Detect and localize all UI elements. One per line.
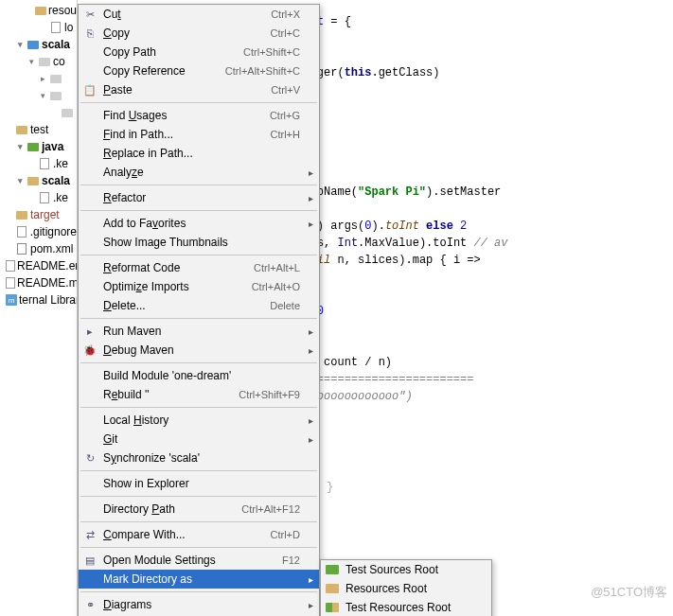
- tree-item[interactable]: ▸: [0, 70, 77, 87]
- tree-item[interactable]: .gitignore: [0, 223, 77, 240]
- expander-icon[interactable]: [4, 125, 13, 134]
- menu-item-label: Cut: [103, 8, 271, 21]
- menu-build-module[interactable]: Build Module 'one-dream': [79, 366, 319, 385]
- menu-local-history[interactable]: Local History▸: [79, 411, 319, 430]
- folder-excluded-icon: [15, 208, 28, 221]
- expander-icon[interactable]: ▾: [27, 57, 36, 66]
- tree-item-label: scala: [42, 38, 70, 51]
- tree-item[interactable]: .ke: [0, 189, 77, 206]
- menu-rebuild[interactable]: Rebuild ''Ctrl+Shift+F9: [79, 385, 319, 404]
- menu-directory-path[interactable]: Directory PathCtrl+Alt+F12: [79, 500, 319, 519]
- expander-icon[interactable]: ▸: [38, 74, 47, 83]
- submenu-item-label: Resources Root: [345, 582, 472, 595]
- menu-copy-reference[interactable]: Copy ReferenceCtrl+Alt+Shift+C: [79, 62, 319, 80]
- expander-icon[interactable]: [27, 159, 36, 168]
- expander-icon[interactable]: [49, 108, 59, 117]
- menu-open-module-settings[interactable]: ▤Open Module SettingsF12: [79, 551, 319, 570]
- submenu-arrow-icon: ▸: [309, 326, 313, 337]
- expander-icon[interactable]: [27, 6, 33, 15]
- tree-item[interactable]: [0, 104, 77, 121]
- menu-item-label: Directory Path: [103, 502, 241, 516]
- menu-git[interactable]: Git▸: [79, 430, 319, 449]
- menu-reformat-code[interactable]: Reformat CodeCtrl+Alt+L: [79, 258, 319, 277]
- tree-item[interactable]: mternal Librari: [0, 291, 77, 308]
- expander-icon[interactable]: [38, 23, 47, 32]
- submenu-arrow-icon: ▸: [309, 167, 313, 178]
- menu-separator: [80, 591, 317, 592]
- menu-refactor[interactable]: Refactor▸: [79, 188, 319, 207]
- submenu-test-sources-root[interactable]: Test Sources Root: [321, 560, 491, 579]
- menu-add-to-favorites[interactable]: Add to Favorites▸: [79, 214, 319, 233]
- menu-analyze[interactable]: Analyze▸: [79, 163, 319, 182]
- menu-item-label: Compare With...: [103, 528, 271, 541]
- menu-item-label: Copy: [103, 26, 271, 40]
- menu-optimize-imports[interactable]: Optimize ImportsCtrl+Alt+O: [79, 277, 319, 296]
- menu-item-label: Find in Path...: [103, 128, 271, 141]
- tree-item[interactable]: README.md: [0, 274, 77, 291]
- menu-debug-maven[interactable]: 🐞Debug Maven▸: [79, 341, 319, 360]
- diff-icon: ⇄: [82, 527, 97, 542]
- menu-show-in-explorer[interactable]: Show in Explorer: [79, 474, 319, 493]
- expander-icon[interactable]: [4, 227, 13, 237]
- tree-item[interactable]: ▾scala: [0, 36, 77, 53]
- menu-item-label: Git: [103, 432, 300, 446]
- expander-icon[interactable]: [27, 193, 36, 202]
- tree-item[interactable]: target: [0, 206, 77, 223]
- expander-icon[interactable]: ▾: [15, 40, 25, 49]
- tree-item[interactable]: .ke: [0, 155, 77, 172]
- menu-item-label: Add to Favorites: [103, 217, 300, 230]
- folder-pkg-icon: [49, 89, 62, 102]
- expander-icon[interactable]: [4, 210, 13, 220]
- menu-show-image-thumbnails[interactable]: Show Image Thumbnails: [79, 233, 319, 252]
- menu-delete[interactable]: Delete...Delete: [79, 296, 319, 315]
- menu-compare-with[interactable]: ⇄Compare With...Ctrl+D: [79, 525, 319, 544]
- folder-pkg-icon: [38, 55, 51, 68]
- tree-item[interactable]: pom.xml: [0, 240, 77, 257]
- tree-item[interactable]: README.en: [0, 257, 77, 274]
- expander-icon[interactable]: [4, 244, 13, 254]
- menu-run-maven[interactable]: ▸Run Maven▸: [79, 322, 319, 341]
- file-icon: [6, 259, 15, 273]
- file-icon: [15, 225, 28, 238]
- menu-diagrams[interactable]: ⚭Diagrams▸: [79, 595, 319, 614]
- menu-find-in-path[interactable]: Find in Path...Ctrl+H: [79, 125, 319, 144]
- expander-icon[interactable]: ▾: [15, 176, 25, 185]
- menu-separator: [80, 210, 317, 211]
- tree-item[interactable]: test: [0, 121, 77, 138]
- tree-item[interactable]: resou: [0, 2, 77, 19]
- submenu-test-resources-root[interactable]: Test Resources Root: [321, 598, 491, 616]
- menu-shortcut: Ctrl+D: [271, 529, 300, 540]
- menu-synchronize[interactable]: ↻Synchronize 'scala': [79, 449, 319, 467]
- tree-item[interactable]: ▾co: [0, 53, 77, 70]
- tree-item[interactable]: lo: [0, 19, 77, 36]
- menu-item-label: Rebuild '': [103, 388, 239, 401]
- menu-find-usages[interactable]: Find UsagesCtrl+G: [79, 106, 319, 125]
- menu-cut[interactable]: ✂CutCtrl+X: [79, 5, 319, 24]
- menu-copy-path[interactable]: Copy PathCtrl+Shift+C: [79, 43, 319, 62]
- menu-item-label: Show Image Thumbnails: [103, 236, 300, 249]
- tree-item[interactable]: ▾java: [0, 138, 77, 155]
- menu-mark-directory-as[interactable]: Mark Directory as▸: [79, 570, 319, 589]
- menu-paste[interactable]: 📋PasteCtrl+V: [79, 80, 319, 99]
- menu-shortcut: Ctrl+Alt+L: [254, 262, 300, 273]
- tree-item-label: .ke: [53, 157, 68, 170]
- menu-shortcut: Ctrl+X: [271, 9, 300, 20]
- menu-copy[interactable]: ⎘CopyCtrl+C: [79, 24, 319, 43]
- folder-blue-icon: [27, 38, 40, 51]
- expander-icon[interactable]: ▾: [38, 91, 47, 100]
- submenu-arrow-icon: ▸: [309, 415, 313, 426]
- folder-icon: [325, 600, 340, 615]
- tree-item[interactable]: ▾scala: [0, 172, 77, 189]
- menu-replace-in-path[interactable]: Replace in Path...: [79, 144, 319, 163]
- menu-shortcut: Ctrl+Alt+F12: [241, 503, 300, 515]
- expander-icon[interactable]: ▾: [15, 142, 25, 151]
- folder-pkg-icon: [49, 72, 62, 85]
- tree-item-label: target: [30, 208, 60, 221]
- submenu-arrow-icon: ▸: [309, 574, 313, 585]
- tree-item[interactable]: ▾: [0, 87, 77, 104]
- submenu-resources-root[interactable]: Resources Root: [321, 579, 491, 598]
- menu-item-label: Find Usages: [103, 109, 270, 122]
- menu-item-label: Paste: [103, 83, 271, 97]
- module-icon: m: [6, 293, 17, 307]
- folder-plain-icon: [27, 174, 40, 187]
